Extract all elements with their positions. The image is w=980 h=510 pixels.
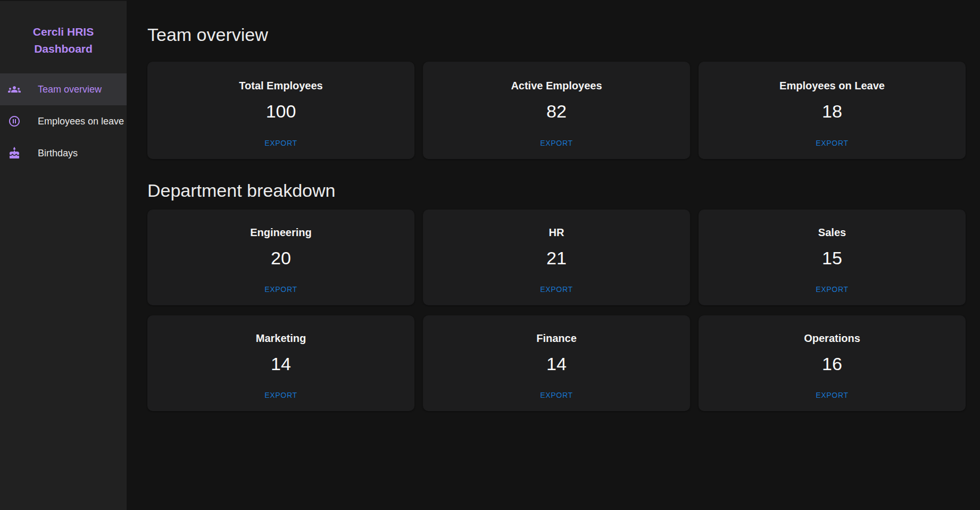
export-button[interactable]: EXPORT xyxy=(535,282,578,297)
card-title: Active Employees xyxy=(511,80,602,92)
export-button[interactable]: EXPORT xyxy=(535,388,578,403)
sidebar: Cercli HRIS Dashboard Team overview Empl… xyxy=(0,0,127,510)
finance-card: Finance 14 EXPORT xyxy=(423,315,690,411)
card-value: 16 xyxy=(822,354,842,374)
export-button[interactable]: EXPORT xyxy=(810,136,854,151)
app-title: Cercli HRIS Dashboard xyxy=(0,1,127,57)
active-employees-card: Active Employees 82 EXPORT xyxy=(423,62,690,159)
card-value: 18 xyxy=(822,101,842,122)
card-title: Finance xyxy=(536,332,577,345)
sidebar-item-employees-on-leave[interactable]: Employees on leave xyxy=(0,105,127,137)
hr-card: HR 21 EXPORT xyxy=(423,210,690,305)
card-value: 14 xyxy=(271,354,291,374)
card-title: Employees on Leave xyxy=(779,80,885,92)
card-value: 82 xyxy=(546,101,567,122)
export-button[interactable]: EXPORT xyxy=(535,136,578,151)
export-button[interactable]: EXPORT xyxy=(259,388,303,403)
card-title: Sales xyxy=(818,227,846,239)
cake-icon xyxy=(8,147,21,160)
engineering-card: Engineering 20 EXPORT xyxy=(147,210,414,305)
sidebar-item-label: Birthdays xyxy=(38,148,78,159)
groups-icon xyxy=(8,83,21,96)
operations-card: Operations 16 EXPORT xyxy=(699,315,966,411)
sales-card: Sales 15 EXPORT xyxy=(699,210,966,305)
total-employees-card: Total Employees 100 EXPORT xyxy=(147,62,414,159)
card-title: HR xyxy=(549,227,564,239)
export-button[interactable]: EXPORT xyxy=(259,282,303,297)
pause-circle-icon xyxy=(8,115,21,128)
card-value: 15 xyxy=(822,248,842,269)
employees-on-leave-card: Employees on Leave 18 EXPORT xyxy=(699,62,966,159)
sidebar-item-label: Employees on leave xyxy=(38,116,124,127)
card-value: 14 xyxy=(546,354,567,374)
export-button[interactable]: EXPORT xyxy=(259,136,303,151)
card-title: Operations xyxy=(804,332,860,345)
department-cards: Engineering 20 EXPORT HR 21 EXPORT Sales… xyxy=(147,210,966,411)
team-overview-cards: Total Employees 100 EXPORT Active Employ… xyxy=(147,62,966,159)
export-button[interactable]: EXPORT xyxy=(810,388,854,403)
export-button[interactable]: EXPORT xyxy=(810,282,854,297)
card-title: Engineering xyxy=(250,227,312,239)
team-overview-heading: Team overview xyxy=(147,24,966,45)
main-content: Team overview Total Employees 100 EXPORT… xyxy=(127,0,980,510)
sidebar-item-team-overview[interactable]: Team overview xyxy=(0,73,127,105)
sidebar-item-label: Team overview xyxy=(38,84,102,95)
sidebar-item-birthdays[interactable]: Birthdays xyxy=(0,137,127,169)
card-title: Total Employees xyxy=(239,80,322,92)
card-value: 100 xyxy=(266,101,296,122)
card-value: 20 xyxy=(271,248,291,269)
sidebar-nav: Team overview Employees on leave Birthda… xyxy=(0,73,127,169)
department-breakdown-heading: Department breakdown xyxy=(147,180,966,201)
card-value: 21 xyxy=(546,248,567,269)
card-title: Marketing xyxy=(256,332,306,345)
marketing-card: Marketing 14 EXPORT xyxy=(147,315,414,411)
